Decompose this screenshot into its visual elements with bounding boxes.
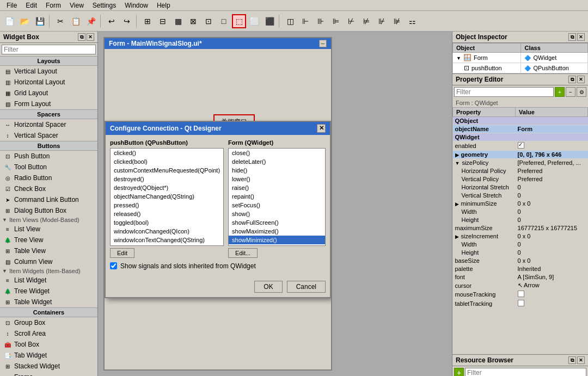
wb-item-table-widget[interactable]: ⊞Table Widget xyxy=(0,297,97,307)
obj-row-form[interactable]: ▼🪟Form 🔷QWidget xyxy=(453,53,588,63)
prop-row-enabled[interactable]: enabled xyxy=(453,141,588,151)
toolbar-layout9[interactable]: ⬛ xyxy=(262,14,277,28)
wb-item-dialog-button-box[interactable]: ⊞Dialog Button Box xyxy=(0,205,97,216)
wb-item-list-widget[interactable]: ≡List Widget xyxy=(0,275,97,286)
slot-showfullscreen[interactable]: showFullScreen() xyxy=(229,218,325,227)
toolbar-layout6[interactable]: □ xyxy=(217,14,231,28)
toolbar-align4[interactable]: ⊫ xyxy=(329,14,343,28)
toolbar-layout4[interactable]: ⊠ xyxy=(186,14,200,28)
slot-hide[interactable]: hide() xyxy=(229,166,325,175)
signal-toggled[interactable]: toggled(bool) xyxy=(111,218,223,227)
signal-clicked[interactable]: clicked() xyxy=(111,149,223,157)
wb-item-frame[interactable]: ▭Frame xyxy=(0,372,97,376)
resource-browser-float-btn[interactable]: ⧉ xyxy=(568,356,576,364)
toolbar-align1[interactable]: ◫ xyxy=(283,14,297,28)
menu-help[interactable]: Help xyxy=(152,2,175,9)
wb-item-column-view[interactable]: ▨Column View xyxy=(0,256,97,267)
slot-show[interactable]: show() xyxy=(229,209,325,218)
widget-box-float-btn[interactable]: ⧉ xyxy=(78,33,85,41)
receiver-slots-list[interactable]: close() deleteLater() hide() lower() rai… xyxy=(228,148,326,246)
prop-row-hstretch[interactable]: Horizontal Stretch 0 xyxy=(453,183,588,192)
toolbar-layout3[interactable]: ▦ xyxy=(171,14,185,28)
dialog-ok-btn[interactable]: OK xyxy=(254,281,282,293)
menu-window[interactable]: Window xyxy=(120,2,152,9)
toolbar-align3[interactable]: ⊪ xyxy=(314,14,328,28)
wb-item-tool-button[interactable]: 🔧Tool Button xyxy=(0,162,97,172)
wb-item-check-box[interactable]: ☑Check Box xyxy=(0,183,97,194)
prop-row-basesize[interactable]: baseSize 0 x 0 xyxy=(453,257,588,265)
prop-row-sizeincrement[interactable]: ▶sizeIncrement 0 x 0 xyxy=(453,232,588,241)
inherited-checkbox[interactable] xyxy=(110,262,117,269)
wb-item-push-button[interactable]: ⊡Push Button xyxy=(0,151,97,162)
prop-row-palette[interactable]: palette Inherited xyxy=(453,265,588,273)
toolbar-align2[interactable]: ⊩ xyxy=(298,14,313,28)
obj-inspector-close-btn[interactable]: ✕ xyxy=(577,33,585,41)
wb-item-tree-view[interactable]: 🌲Tree View xyxy=(0,235,97,245)
obj-inspector-float-btn[interactable]: ⧉ xyxy=(568,33,576,41)
slot-lower[interactable]: lower() xyxy=(229,175,325,183)
wb-item-list-view[interactable]: ≡List View xyxy=(0,224,97,235)
prop-row-cursor[interactable]: cursor ↖ Arrow xyxy=(453,281,588,290)
resource-add-icon[interactable]: + xyxy=(454,368,464,376)
slot-shownormal[interactable]: showNormal() xyxy=(229,244,325,246)
obj-row-pushbutton[interactable]: ⊡pushButton 🔷QPushButton xyxy=(453,63,588,73)
wb-item-vertical-spacer[interactable]: ↕Vertical Spacer xyxy=(0,130,97,141)
prop-row-vstretch[interactable]: Vertical Stretch 0 xyxy=(453,192,588,200)
toolbar-layout2[interactable]: ⊟ xyxy=(156,14,170,28)
prop-row-tablettracking[interactable]: tabletTracking xyxy=(453,299,588,309)
wb-item-table-view[interactable]: ⊞Table View xyxy=(0,245,97,256)
wb-item-grid-layout[interactable]: ▦Grid Layout xyxy=(0,88,97,98)
prop-row-objectname[interactable]: objectName Form xyxy=(453,125,588,133)
sender-signals-list[interactable]: clicked() clicked(bool) customContextMen… xyxy=(110,148,224,246)
prop-row-minheight[interactable]: Height 0 xyxy=(453,216,588,224)
prop-objectname-value[interactable]: Form xyxy=(516,125,588,133)
wb-item-vertical-layout[interactable]: ▤Vertical Layout xyxy=(0,66,97,77)
wb-item-tab-widget[interactable]: 📑Tab Widget xyxy=(0,350,97,361)
toolbar-save[interactable]: 💾 xyxy=(33,14,47,28)
toolbar-new[interactable]: 📄 xyxy=(2,14,16,28)
wb-item-scroll-area[interactable]: ↕Scroll Area xyxy=(0,328,97,339)
prop-row-hpolicy[interactable]: Horizontal Policy Preferred xyxy=(453,167,588,175)
toolbar-layout8[interactable]: ⬜ xyxy=(247,14,261,28)
signal-pressed[interactable]: pressed() xyxy=(111,201,223,209)
resource-filter-input[interactable] xyxy=(465,368,586,376)
signal-windowicon-changed[interactable]: windowIconChanged(QIcon) xyxy=(111,227,223,236)
prop-row-maxsize[interactable]: maximumSize 16777215 x 16777215 xyxy=(453,224,588,232)
dialog-cancel-btn[interactable]: Cancel xyxy=(287,281,326,293)
menu-edit[interactable]: Edit xyxy=(21,2,41,9)
prop-row-minwidth[interactable]: Width 0 xyxy=(453,208,588,216)
toolbar-undo[interactable]: ↩ xyxy=(105,14,119,28)
signal-windowicontext-changed[interactable]: windowIconTextChanged(QString) xyxy=(111,236,223,244)
prop-row-si-width[interactable]: Width 0 xyxy=(453,241,588,249)
widget-box-close-btn[interactable]: ✕ xyxy=(87,33,94,41)
toolbar-align6[interactable]: ⊭ xyxy=(359,14,373,28)
prop-row-font[interactable]: font A [SimSun, 9] xyxy=(453,273,588,281)
wb-item-radio-button[interactable]: ◎Radio Button xyxy=(0,172,97,183)
widget-box-filter-input[interactable] xyxy=(2,45,96,54)
prop-filter-input[interactable] xyxy=(454,87,554,97)
menu-view[interactable]: View xyxy=(65,2,88,9)
toolbar-layout5[interactable]: ⊡ xyxy=(201,14,216,28)
toolbar-cut[interactable]: ✂ xyxy=(53,14,68,28)
signal-windowtitle-changed[interactable]: windowTitleChanged(QString) xyxy=(111,244,223,246)
toolbar-align5[interactable]: ⊬ xyxy=(344,14,358,28)
signal-objectname-changed[interactable]: objectNameChanged(QString) xyxy=(111,192,223,201)
signal-destroyed-obj[interactable]: destroyed(QObject*) xyxy=(111,183,223,192)
slot-deletelater[interactable]: deleteLater() xyxy=(229,157,325,166)
wb-item-horizontal-layout[interactable]: ▥Horizontal Layout xyxy=(0,77,97,88)
slot-close[interactable]: close() xyxy=(229,149,325,157)
resource-browser-close-btn[interactable]: ✕ xyxy=(577,356,585,364)
slot-showminimized[interactable]: showMinimized() xyxy=(229,236,325,244)
toolbar-open[interactable]: 📂 xyxy=(17,14,32,28)
prop-row-geometry[interactable]: ▶geometry [0, 0], 796 x 646 xyxy=(453,151,588,159)
slot-raise[interactable]: raise() xyxy=(229,183,325,192)
prop-row-vpolicy[interactable]: Vertical Policy Preferred xyxy=(453,175,588,183)
wb-item-horizontal-spacer[interactable]: ↔Horizontal Spacer xyxy=(0,119,97,130)
wb-item-command-link-button[interactable]: ➤Command Link Button xyxy=(0,194,97,205)
receiver-edit-btn[interactable]: Edit... xyxy=(228,248,258,258)
prop-tablettracking-value[interactable] xyxy=(516,299,588,309)
toolbar-copy[interactable]: 📋 xyxy=(69,14,83,28)
menu-settings[interactable]: Settings xyxy=(88,2,120,9)
dialog-close-btn[interactable]: ✕ xyxy=(317,124,326,133)
signal-released[interactable]: released() xyxy=(111,209,223,218)
